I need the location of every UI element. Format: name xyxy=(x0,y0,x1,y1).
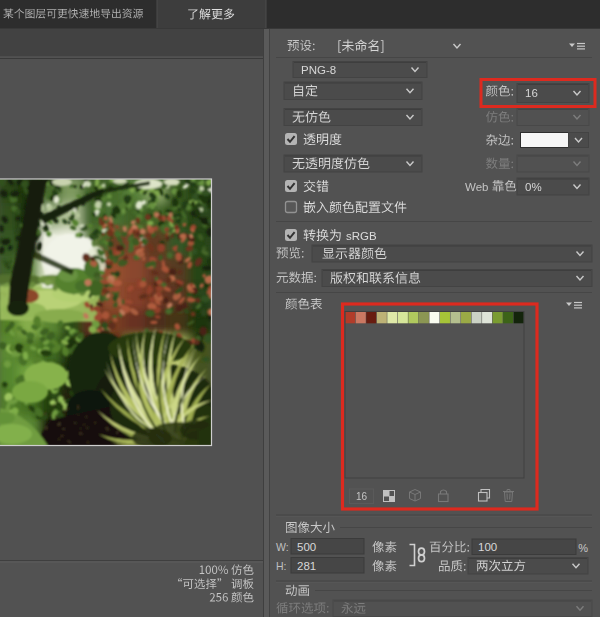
svg-text:16: 16 xyxy=(356,491,368,502)
svg-text:sRGB: sRGB xyxy=(346,230,377,242)
svg-text:16: 16 xyxy=(525,87,538,99)
svg-text:Web: Web xyxy=(465,181,488,193)
svg-text:281: 281 xyxy=(297,560,316,572)
svg-text:%: % xyxy=(578,542,588,554)
svg-text:0%: 0% xyxy=(525,181,542,193)
svg-text:H:: H: xyxy=(276,560,287,572)
svg-text:100: 100 xyxy=(478,541,497,553)
svg-text:500: 500 xyxy=(297,541,316,553)
svg-text:W:: W: xyxy=(276,541,289,553)
svg-text:PNG-8: PNG-8 xyxy=(301,64,336,76)
